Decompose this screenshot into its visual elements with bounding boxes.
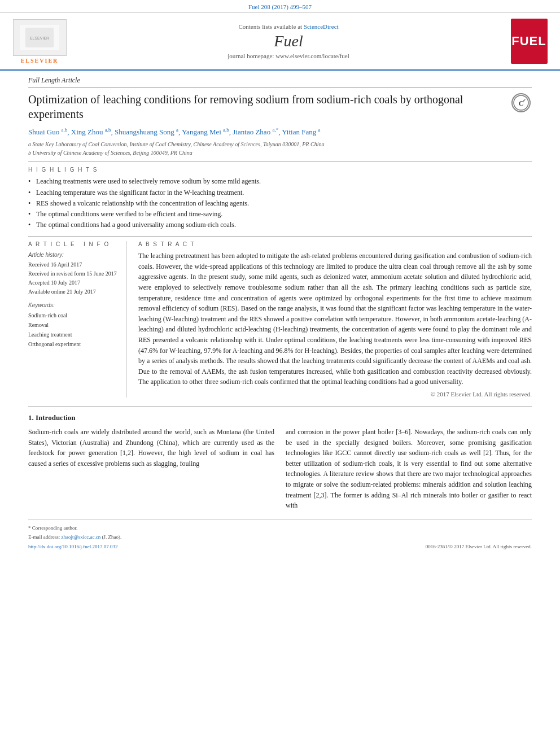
- received-date: Received 16 April 2017: [28, 260, 120, 269]
- science-direct-line: Contents lists available at ScienceDirec…: [238, 23, 338, 30]
- doi-link[interactable]: http://dx.doi.org/10.1016/j.fuel.2017.07…: [28, 544, 118, 549]
- affiliation-b: b University of Chinese Academy of Scien…: [28, 148, 532, 157]
- authors-text: Shuai Guo a,b, Xing Zhou a,b, Shuangshua…: [28, 128, 320, 136]
- journal-reference: Fuel 208 (2017) 499–507: [0, 0, 560, 13]
- article-history-dates: Received 16 April 2017 Received in revis…: [28, 260, 120, 296]
- highlight-item: Leaching treatments were used to selecti…: [28, 176, 532, 187]
- fuel-logo-box: FUEL: [511, 19, 548, 64]
- email-label: E-mail address:: [28, 534, 60, 540]
- keywords-list: Sodium-rich coal Removal Leaching treatm…: [28, 311, 120, 349]
- highlight-item: Leaching temperature was the significant…: [28, 187, 532, 198]
- fuel-logo-text: FUEL: [511, 34, 546, 49]
- introduction-section: 1. Introduction Sodium-rich coals are wi…: [28, 406, 532, 511]
- email-note: E-mail address: zhaojt@sxicc.ac.cn (J. Z…: [28, 534, 532, 541]
- abstract-column: A B S T R A C T The leaching pretreatmen…: [138, 241, 532, 397]
- keyword-2: Removal: [28, 320, 120, 330]
- copyright-line: © 2017 Elsevier Ltd. All rights reserved…: [138, 391, 532, 397]
- revised-date: Received in revised form 15 June 2017: [28, 269, 120, 278]
- accepted-date: Accepted 10 July 2017: [28, 278, 120, 287]
- article-info-header: A R T I C L E I N F O: [28, 241, 120, 247]
- svg-text:ELSEVIER: ELSEVIER: [30, 36, 49, 40]
- available-date: Available online 21 July 2017: [28, 287, 120, 296]
- crossmark-icon[interactable]: C ✓: [510, 92, 532, 113]
- crossmark-circle[interactable]: C ✓: [511, 93, 531, 112]
- separator-1: [28, 161, 532, 162]
- elsevier-text: ELSEVIER: [21, 58, 59, 64]
- keywords-label: Keywords:: [28, 302, 120, 308]
- highlights-header: H I G H L I G H T S: [28, 167, 532, 173]
- fuel-journal-logo: FUEL: [506, 19, 552, 64]
- corresponding-label: * Corresponding author.: [28, 525, 77, 531]
- svg-text:✓: ✓: [523, 98, 526, 103]
- email-link[interactable]: zhaojt@sxicc.ac.cn: [61, 534, 100, 540]
- article-title: Optimization of leaching conditions for …: [28, 92, 502, 121]
- separator-2: [28, 236, 532, 237]
- science-direct-link[interactable]: ScienceDirect: [304, 23, 339, 30]
- highlight-item: RES showed a volcanic relationship with …: [28, 198, 532, 209]
- elsevier-logo-image: ELSEVIER: [13, 19, 67, 56]
- keyword-3: Leaching treatment: [28, 330, 120, 339]
- section-title: 1. Introduction: [28, 413, 532, 422]
- journal-header-center: Contents lists available at ScienceDirec…: [79, 19, 498, 64]
- authors-line: Shuai Guo a,b, Xing Zhou a,b, Shuangshua…: [28, 127, 532, 137]
- highlight-item: The optimal conditions had a good univer…: [28, 220, 532, 230]
- email-person: (J. Zhao).: [102, 534, 122, 540]
- highlights-list: Leaching treatments were used to selecti…: [28, 176, 532, 230]
- affiliations: a State Key Laboratory of Coal Conversio…: [28, 140, 532, 157]
- journal-ref-text: Fuel 208 (2017) 499–507: [248, 3, 312, 10]
- issn-text: 0016-2361/© 2017 Elsevier Ltd. All right…: [426, 544, 532, 549]
- intro-col-right: and corrosion in the power plant boiler …: [286, 427, 532, 511]
- journal-name: Fuel: [274, 32, 303, 50]
- journal-homepage: journal homepage: www.elsevier.com/locat…: [228, 53, 349, 59]
- abstract-header: A B S T R A C T: [138, 241, 532, 247]
- article-history-label: Article history:: [28, 252, 120, 258]
- highlights-section: H I G H L I G H T S Leaching treatments …: [28, 167, 532, 230]
- article-info-column: A R T I C L E I N F O Article history: R…: [28, 241, 127, 397]
- keyword-1: Sodium-rich coal: [28, 311, 120, 320]
- science-direct-prefix: Contents lists available at: [238, 23, 302, 30]
- intro-text-left: Sodium-rich coals are widely distributed…: [28, 427, 274, 469]
- highlight-item: The optimal conditions were verified to …: [28, 209, 532, 220]
- journal-header: ELSEVIER ELSEVIER Contents lists availab…: [0, 13, 560, 71]
- keyword-4: Orthogonal experiment: [28, 339, 120, 349]
- section-name: Introduction: [36, 413, 76, 422]
- title-area: Optimization of leaching conditions for …: [28, 92, 532, 121]
- article-type-label: Full Length Article: [28, 76, 532, 88]
- footer-area: * Corresponding author. E-mail address: …: [28, 519, 532, 549]
- intro-text-right: and corrosion in the power plant boiler …: [286, 427, 532, 511]
- homepage-text: journal homepage: www.elsevier.com/locat…: [228, 53, 349, 59]
- corresponding-author-note: * Corresponding author.: [28, 525, 532, 532]
- elsevier-logo: ELSEVIER ELSEVIER: [8, 19, 71, 64]
- introduction-text-cols: Sodium-rich coals are widely distributed…: [28, 427, 532, 511]
- main-content: Full Length Article Optimization of leac…: [0, 71, 560, 561]
- footer-bottom: http://dx.doi.org/10.1016/j.fuel.2017.07…: [28, 544, 532, 549]
- affiliation-a: a State Key Laboratory of Coal Conversio…: [28, 140, 532, 148]
- info-abstract-section: A R T I C L E I N F O Article history: R…: [28, 241, 532, 397]
- section-number: 1.: [28, 413, 34, 422]
- intro-col-left: Sodium-rich coals are widely distributed…: [28, 427, 274, 511]
- abstract-text: The leaching pretreatment has been adopt…: [138, 251, 532, 387]
